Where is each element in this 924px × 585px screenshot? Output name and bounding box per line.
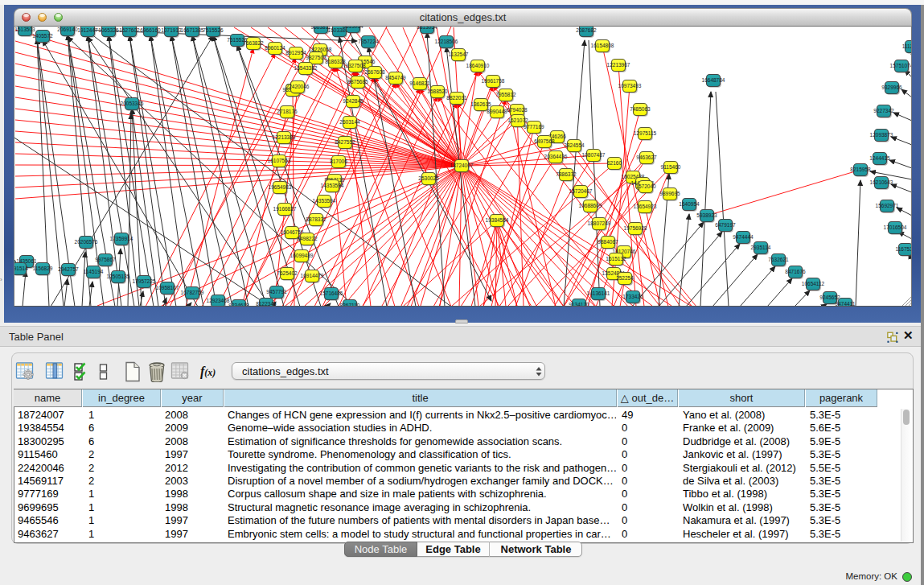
- svg-text:1621072: 1621072: [507, 117, 528, 123]
- svg-text:9899695: 9899695: [659, 191, 680, 196]
- svg-text:2603144: 2603144: [339, 119, 360, 125]
- svg-text:2087682: 2087682: [576, 27, 597, 33]
- svg-text:8267110: 8267110: [340, 303, 360, 307]
- svg-text:19654983: 19654983: [269, 184, 292, 190]
- svg-text:2942757: 2942757: [58, 266, 79, 272]
- svg-text:8471676: 8471676: [785, 269, 806, 274]
- svg-text:14353594: 14353594: [321, 183, 344, 188]
- svg-text:9134170: 9134170: [569, 302, 589, 307]
- svg-text:1156829: 1156829: [33, 266, 53, 271]
- svg-text:7663822: 7663822: [243, 40, 264, 46]
- svg-text:9457791: 9457791: [266, 289, 287, 295]
- svg-text:9245652: 9245652: [819, 295, 840, 300]
- svg-text:16154808: 16154808: [591, 43, 614, 48]
- svg-text:9975867: 9975867: [95, 257, 116, 262]
- svg-text:10654112: 10654112: [802, 281, 825, 286]
- svg-text:9884067: 9884067: [598, 239, 618, 245]
- svg-text:8960124: 8960124: [265, 45, 285, 51]
- svg-text:6794028: 6794028: [507, 107, 528, 113]
- svg-text:10807487: 10807487: [582, 152, 606, 158]
- svg-text:391514: 391514: [14, 266, 28, 271]
- svg-text:1112504: 1112504: [902, 43, 912, 49]
- svg-text:1145194: 1145194: [84, 269, 104, 274]
- svg-text:12213967: 12213967: [607, 62, 630, 68]
- svg-text:7515526: 7515526: [203, 27, 224, 33]
- svg-text:7485063: 7485063: [630, 106, 651, 112]
- svg-text:6497568: 6497568: [534, 138, 555, 144]
- svg-text:17016504: 17016504: [884, 225, 907, 230]
- svg-text:20053346: 20053346: [121, 101, 144, 106]
- svg-text:1588520: 1588520: [427, 89, 448, 94]
- svg-text:7625402: 7625402: [277, 270, 298, 276]
- svg-text:20364436: 20364436: [544, 154, 568, 159]
- svg-text:1733426: 1733426: [622, 294, 643, 299]
- svg-text:7955812: 7955812: [495, 92, 516, 97]
- svg-text:9227342: 9227342: [873, 108, 894, 113]
- svg-text:7357224: 7357224: [358, 39, 379, 44]
- svg-text:817006: 817006: [330, 159, 347, 164]
- svg-text:13654923: 13654923: [634, 204, 657, 209]
- svg-text:15751074: 15751074: [890, 63, 912, 68]
- svg-text:12093873: 12093873: [870, 132, 893, 138]
- svg-text:1362615: 1362615: [470, 101, 491, 107]
- svg-text:8813054: 8813054: [343, 27, 363, 29]
- svg-text:10688609: 10688609: [579, 203, 602, 208]
- svg-text:17957225: 17957225: [133, 278, 156, 284]
- svg-text:2530025: 2530025: [418, 175, 439, 181]
- svg-text:3824554: 3824554: [564, 142, 585, 148]
- svg-text:16961758: 16961758: [482, 78, 505, 84]
- svg-text:22420046: 22420046: [286, 84, 310, 89]
- svg-text:14136141: 14136141: [587, 290, 610, 296]
- svg-text:10958107: 10958107: [156, 285, 179, 290]
- svg-text:9234618: 9234618: [228, 303, 249, 307]
- svg-text:8875685: 8875685: [347, 79, 368, 84]
- svg-text:8122345: 8122345: [256, 301, 277, 307]
- svg-text:9474444: 9474444: [733, 234, 754, 240]
- svg-text:12975115: 12975115: [634, 130, 657, 136]
- svg-text:9498222: 9498222: [297, 236, 318, 241]
- svg-text:20206576: 20206576: [75, 239, 98, 245]
- svg-text:7886372: 7886372: [556, 171, 577, 177]
- svg-text:10973493: 10973493: [618, 83, 642, 89]
- svg-text:8215958: 8215958: [850, 167, 871, 172]
- svg-text:1615132: 1615132: [606, 256, 626, 262]
- svg-text:12923468: 12923468: [207, 298, 230, 303]
- svg-text:8878332: 8878332: [306, 216, 326, 222]
- svg-text:17359914: 17359914: [110, 236, 133, 241]
- svg-text:9777169: 9777169: [524, 124, 544, 130]
- svg-text:252254: 252254: [616, 275, 634, 281]
- svg-text:1405572: 1405572: [32, 33, 53, 39]
- svg-text:1513503: 1513503: [14, 27, 35, 32]
- svg-text:1132547: 1132547: [449, 51, 469, 57]
- svg-text:15720407: 15720407: [569, 188, 593, 194]
- svg-text:1071913: 1071913: [161, 27, 182, 33]
- svg-text:1065326: 1065326: [98, 27, 119, 33]
- svg-text:19756928: 19756928: [624, 225, 647, 231]
- svg-text:9115460: 9115460: [661, 164, 681, 170]
- svg-text:16914479: 16914479: [301, 273, 324, 278]
- svg-text:1244415: 1244415: [869, 155, 890, 161]
- svg-text:16782759: 16782759: [181, 290, 204, 295]
- svg-text:2069140: 2069140: [57, 27, 78, 32]
- svg-text:16671385: 16671385: [181, 27, 204, 33]
- svg-text:7632621: 7632621: [768, 257, 789, 262]
- svg-text:14353594: 14353594: [313, 198, 336, 204]
- svg-text:16210643: 16210643: [870, 179, 893, 185]
- svg-text:9827503: 9827503: [306, 55, 326, 60]
- svg-text:1527602: 1527602: [119, 27, 140, 33]
- svg-text:18640910: 18640910: [466, 63, 490, 68]
- svg-text:8454749: 8454749: [385, 75, 406, 80]
- svg-text:9242848: 9242848: [343, 98, 363, 104]
- svg-text:8813054: 8813054: [417, 27, 437, 30]
- svg-text:16648784: 16648784: [702, 77, 725, 83]
- svg-text:16107553: 16107553: [268, 158, 291, 163]
- svg-text:12213389: 12213389: [273, 134, 296, 140]
- svg-text:8822031: 8822031: [446, 95, 467, 101]
- svg-text:6966160: 6966160: [140, 27, 161, 33]
- svg-text:1572040: 1572040: [635, 183, 656, 189]
- svg-text:19166827: 19166827: [273, 206, 297, 212]
- svg-text:2935114: 2935114: [751, 245, 771, 250]
- svg-text:9474411: 9474411: [836, 301, 856, 307]
- svg-text:16543382: 16543382: [294, 65, 318, 71]
- svg-text:2718176: 2718176: [277, 109, 298, 114]
